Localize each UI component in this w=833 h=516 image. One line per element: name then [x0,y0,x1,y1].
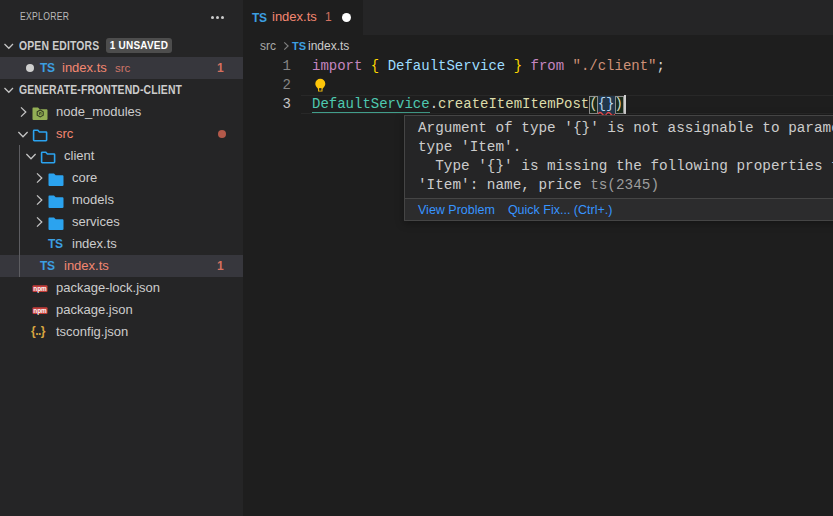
svg-text:npm: npm [33,307,47,315]
svg-text:npm: npm [33,285,47,293]
